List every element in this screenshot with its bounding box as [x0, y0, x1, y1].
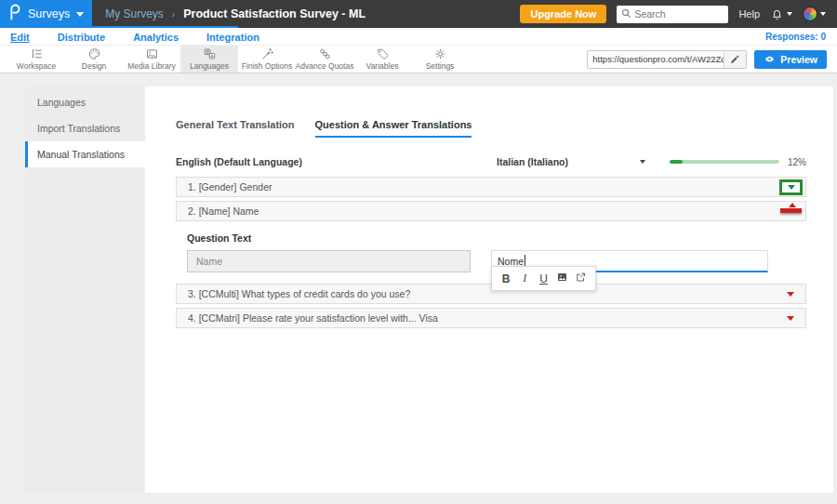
translations-main: General Text Translation Question & Answ… — [145, 86, 833, 493]
workspace-icon — [30, 47, 44, 60]
search-input[interactable] — [617, 6, 728, 23]
chain-links-icon — [318, 47, 332, 60]
tab-question-answer-translations[interactable]: Question & Answer Translations — [315, 119, 472, 138]
top-header: Surveys My Surveys › Product Satisfactio… — [0, 0, 837, 28]
toolbar-variables[interactable]: Variables — [353, 46, 411, 73]
survey-url-box: https://questionpro.com/t/AW22Zd1S1 — [587, 50, 747, 69]
toolbar-finish-options[interactable]: Finish Options — [238, 46, 296, 73]
italic-button[interactable]: I — [517, 272, 532, 285]
toolbar-advance-quotas[interactable]: Advance Quotas — [296, 46, 353, 73]
translation-tabs: General Text Translation Question & Answ… — [176, 119, 806, 138]
expand-caret-icon[interactable] — [787, 316, 794, 321]
nav-analytics[interactable]: Analytics — [133, 31, 179, 43]
question-block-name: 2. [Name] Name Question Text Name Nome — [176, 201, 806, 280]
image-icon — [556, 272, 568, 283]
pencil-icon — [730, 54, 740, 64]
help-link[interactable]: Help — [738, 8, 760, 20]
sidebar-item-languages[interactable]: Languages — [25, 89, 145, 115]
annotation-red-marker — [780, 208, 802, 213]
bold-button[interactable]: B — [498, 272, 513, 285]
toolbar-settings[interactable]: Settings — [411, 46, 469, 73]
magic-wand-icon — [260, 47, 274, 60]
edit-url-button[interactable] — [724, 51, 746, 68]
question-row-gender[interactable]: 1. [Gender] Gender — [176, 177, 806, 197]
nav-edit[interactable]: Edit — [10, 31, 30, 43]
nav-integration[interactable]: Integration — [206, 31, 259, 43]
survey-title: Product Satisfaction Survey - ML — [183, 7, 365, 20]
avatar — [803, 7, 817, 21]
chevron-down-icon — [820, 12, 826, 16]
translate-icon — [203, 47, 217, 60]
section-nav: Edit Distribute Analytics Integration Re… — [0, 28, 837, 45]
underline-button[interactable]: U — [536, 272, 551, 285]
sidebar-item-manual-translations[interactable]: Manual Translations — [25, 141, 145, 167]
preview-button[interactable]: Preview — [754, 50, 827, 69]
progress-percent-label: 12% — [788, 157, 806, 167]
format-toolbar: B I U — [491, 266, 596, 291]
breadcrumb-separator: › — [172, 9, 175, 20]
question-row-name[interactable]: 2. [Name] Name — [176, 201, 806, 221]
question-row-ccmatri[interactable]: 4. [CCMatri] Please rate your satisfacti… — [176, 308, 806, 328]
palette-icon — [87, 47, 101, 60]
product-switcher[interactable]: Surveys — [0, 0, 92, 28]
language-selection-row: English (Default Language) Italian (Ital… — [176, 156, 806, 167]
breadcrumb-my-surveys[interactable]: My Surveys — [105, 7, 164, 20]
collapse-caret-icon[interactable] — [789, 203, 796, 207]
toolbar-workspace[interactable]: Workspace — [7, 46, 65, 73]
chevron-down-icon — [76, 12, 84, 17]
translation-editor: Question Text Name Nome B I U — [176, 221, 806, 280]
bell-icon — [770, 7, 784, 21]
eye-icon — [764, 54, 776, 64]
chevron-down-icon — [640, 160, 645, 164]
annotation-highlight-box — [779, 179, 803, 195]
tag-icon — [376, 47, 390, 60]
notifications-menu[interactable] — [770, 7, 792, 21]
search-icon — [621, 8, 631, 19]
insert-image-button[interactable] — [555, 272, 570, 285]
edit-toolbar: Workspace Design Media Library Languages… — [0, 45, 837, 73]
translations-sidebar: Languages Import Translations Manual Tra… — [25, 86, 145, 493]
toolbar-media-library[interactable]: Media Library — [123, 46, 180, 73]
target-language-dropdown[interactable]: Italian (Italiano) — [497, 156, 645, 167]
sidebar-item-import-translations[interactable]: Import Translations — [25, 115, 145, 141]
external-link-icon — [575, 272, 587, 283]
source-text-field: Name — [187, 250, 471, 272]
progress-fill — [670, 160, 683, 164]
expand-caret-icon[interactable] — [788, 185, 795, 190]
translation-progress-bar — [670, 160, 779, 164]
tab-general-text-translation[interactable]: General Text Translation — [176, 119, 295, 138]
upgrade-now-button[interactable]: Upgrade Now — [520, 5, 606, 23]
expand-caret-icon[interactable] — [787, 292, 794, 297]
toolbar-design[interactable]: Design — [65, 46, 123, 73]
survey-url[interactable]: https://questionpro.com/t/AW22Zd1S1 — [588, 54, 724, 64]
chevron-down-icon — [787, 12, 792, 16]
gear-icon — [433, 47, 447, 60]
toolbar-languages[interactable]: Languages — [180, 46, 238, 73]
translations-card: Languages Import Translations Manual Tra… — [25, 86, 816, 493]
nav-distribute[interactable]: Distribute — [58, 31, 105, 43]
question-list: 1. [Gender] Gender 2. [Name] Name Questi… — [176, 177, 806, 328]
responses-count[interactable]: Responses: 0 — [765, 32, 826, 42]
breadcrumb: My Surveys › Product Satisfaction Survey… — [105, 7, 365, 20]
question-text-label: Question Text — [187, 232, 806, 244]
header-accent-bar — [0, 26, 238, 28]
product-name: Surveys — [28, 7, 70, 20]
insert-link-button[interactable] — [574, 272, 589, 285]
source-language-label: English (Default Language) — [176, 156, 497, 167]
account-menu[interactable] — [803, 7, 826, 21]
questionpro-logo-icon — [7, 4, 21, 24]
image-icon — [145, 47, 159, 60]
